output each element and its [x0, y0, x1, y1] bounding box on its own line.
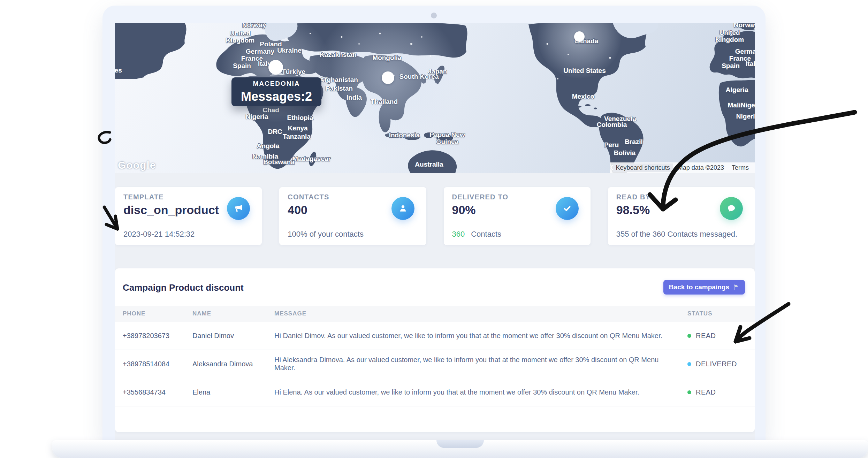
map-country-label: Spain	[722, 62, 740, 69]
column-header-phone: PHONE	[123, 310, 192, 317]
laptop-notch	[436, 440, 484, 448]
flag-icon	[732, 284, 739, 291]
column-header-name: NAME	[192, 310, 274, 317]
column-header-message: MESSAGE	[274, 310, 687, 317]
map-country-label: Algeria	[726, 86, 748, 93]
stat-cards: TEMPLATE disc_on_product 2023-09-21 14:5…	[115, 187, 755, 245]
row-message: Hi Daniel Dimov. As our valued customer,…	[274, 332, 687, 340]
stat-card-template: TEMPLATE disc_on_product 2023-09-21 14:5…	[115, 187, 262, 245]
google-logo[interactable]: Google	[118, 159, 156, 171]
map-country-label: Germany	[246, 48, 274, 55]
map-country-label: DRC	[268, 128, 282, 135]
map-country-label: Afghanistan	[320, 76, 358, 83]
map-country-label: Norway	[242, 23, 266, 29]
table-row[interactable]: +38978514084 Aleksandra Dimova Hi Aleksa…	[115, 350, 755, 378]
map-data-label: Map data ©2023	[675, 163, 727, 172]
map-country-label: India	[347, 94, 362, 101]
map-country-label: Ethiopia	[287, 114, 313, 121]
stat-card-read: READ BY 98.5% 355 of the 360 Contacts me…	[608, 187, 755, 245]
map-country-label: Mali	[728, 102, 741, 109]
campaign-header: Campaign Product discount Back to campai…	[115, 268, 755, 306]
keyboard-shortcuts-link[interactable]: Keyboard shortcuts	[613, 163, 673, 172]
map-country-label: Kazakhstan	[320, 51, 357, 58]
row-name: Elena	[192, 388, 274, 396]
tooltip-messages: Messages:2	[241, 89, 312, 104]
map-tooltip: MACEDONIA Messages:2	[231, 77, 321, 106]
status-dot-icon	[687, 362, 691, 366]
map-country-label: United Kingdom	[715, 29, 744, 43]
campaign-title: Campaign Product discount	[123, 282, 244, 293]
row-status: READ	[687, 332, 747, 340]
map-country-label: Australia	[415, 161, 443, 168]
campaign-panel: Campaign Product discount Back to campai…	[115, 268, 755, 432]
row-phone: +3556834734	[123, 388, 192, 396]
map-country-label: Angola	[257, 143, 279, 150]
stat-sub: 355 of the 360 Contacts messaged.	[616, 230, 755, 239]
megaphone-icon	[227, 197, 250, 220]
map-country-label: Spain	[233, 62, 251, 69]
row-name: Aleksandra Dimova	[192, 360, 274, 368]
table-row[interactable]: +38978203673 Daniel Dimov Hi Daniel Dimo…	[115, 322, 755, 350]
map-country-label: Peru	[604, 142, 619, 148]
row-phone: +38978203673	[123, 332, 192, 340]
stat-card-delivered: DELIVERED TO 90% 360Contacts	[444, 187, 591, 245]
map-country-label: Germany	[735, 48, 755, 55]
stat-sub-text: Contacts	[471, 230, 501, 238]
map-country-label: Norway	[734, 23, 755, 29]
row-message: Hi Aleksandra Dimova. As our valued cust…	[274, 356, 687, 372]
map-marker-asia[interactable]	[382, 71, 394, 84]
map-marker-canada[interactable]	[574, 31, 585, 42]
status-label: READ	[696, 332, 716, 340]
map-landmasses	[115, 23, 755, 173]
row-status: DELIVERED	[687, 360, 747, 368]
map-country-label: Türkiye	[282, 68, 305, 75]
map-country-label: tes	[115, 67, 122, 74]
map-country-label: Nigeria	[246, 113, 268, 120]
stat-card-contacts: CONTACTS 400 100% of your contacts	[279, 187, 426, 245]
tooltip-region: MACEDONIA	[253, 80, 300, 87]
status-dot-icon	[687, 390, 691, 394]
map-country-label: Tanzania	[283, 133, 311, 140]
map-country-label: United Kingdom	[226, 30, 254, 44]
chat-icon	[720, 197, 743, 220]
map-country-label: Papua New Guinea	[429, 131, 465, 145]
page: { "map": { "tooltip": { "region": "MACED…	[0, 0, 868, 458]
check-icon	[556, 197, 579, 220]
map-country-label: Ukraine	[277, 47, 302, 54]
stat-sub: 360Contacts	[452, 230, 591, 239]
map-country-label: Madagascar	[292, 155, 331, 162]
map-country-label: Pakistan	[326, 85, 353, 92]
map-country-label: Kenya	[288, 125, 307, 132]
map-country-label: Japan	[428, 68, 447, 75]
app-content: tesNorwayUnited KingdomPolandGermanyUkra…	[115, 23, 755, 440]
webcam-icon	[431, 13, 437, 18]
world-map[interactable]: tesNorwayUnited KingdomPolandGermanyUkra…	[115, 23, 755, 173]
status-dot-icon	[687, 334, 691, 338]
map-country-label: Indonesia	[389, 132, 420, 139]
column-header-status: STATUS	[687, 310, 747, 317]
map-country-label: Thailand	[371, 98, 398, 105]
row-phone: +38978514084	[123, 360, 192, 368]
status-label: DELIVERED	[696, 360, 737, 368]
map-country-label: Mongolia	[372, 54, 401, 61]
map-country-label: Chad	[262, 107, 279, 114]
map-country-label: Mexico	[572, 93, 594, 100]
map-attribution: Keyboard shortcuts Map data ©2023 Terms	[610, 162, 755, 173]
status-label: READ	[696, 388, 716, 396]
map-country-label: Nigeria	[736, 113, 755, 120]
map-country-label: United States	[563, 67, 606, 74]
row-status: READ	[687, 388, 747, 396]
map-country-label: Italy	[746, 60, 755, 67]
table-header-row: PHONE NAME MESSAGE STATUS	[115, 306, 755, 322]
map-country-label: Niger	[741, 102, 755, 109]
stat-sub-count: 360	[452, 230, 465, 238]
row-name: Daniel Dimov	[192, 332, 274, 340]
terms-link[interactable]: Terms	[729, 163, 752, 172]
back-to-campaigns-button[interactable]: Back to campaings	[663, 280, 745, 295]
map-country-label: Colombia	[597, 121, 627, 128]
back-button-label: Back to campaings	[669, 283, 729, 291]
stat-sub: 2023-09-21 14:52:32	[123, 230, 262, 239]
map-country-label: Namibia	[252, 153, 278, 160]
map-marker-macedonia[interactable]	[268, 60, 283, 75]
table-row[interactable]: +3556834734 Elena Hi Elena. As our value…	[115, 378, 755, 406]
